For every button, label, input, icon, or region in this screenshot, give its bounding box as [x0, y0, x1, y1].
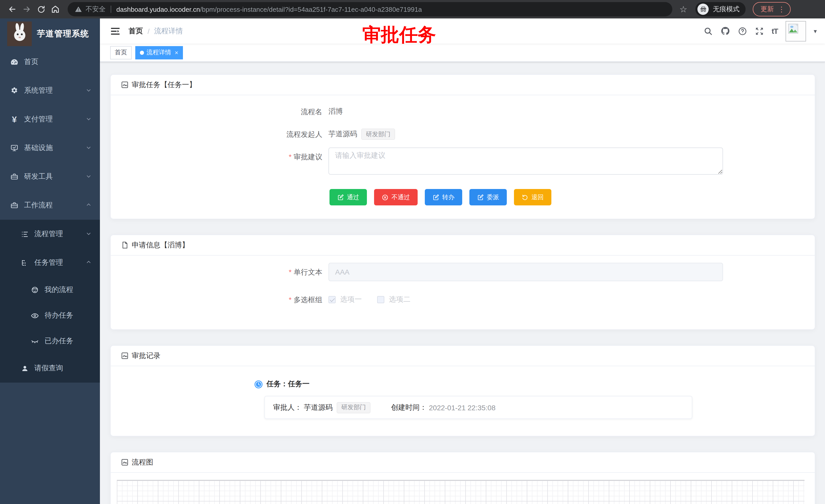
forward-icon[interactable] — [19, 2, 34, 16]
address-bar[interactable]: 不安全 dashboard.yudao.iocoder.cn/bpm/proce… — [68, 2, 672, 16]
annotation-overlay: 审批任务 — [362, 22, 436, 48]
request-info-card: 申请信息【滔博】 *单行文本 *多选框组 选项一 — [110, 235, 815, 330]
card-title: 流程图 — [132, 457, 153, 467]
sidebar-item-label: 基础设施 — [24, 144, 86, 153]
bookmark-star-icon[interactable]: ☆ — [679, 4, 687, 15]
edit-icon — [337, 194, 344, 200]
not-secure-warning-icon — [75, 6, 82, 13]
checkbox-label: 选项二 — [389, 295, 410, 304]
incognito-badge: 无痕模式 — [696, 2, 746, 16]
person-icon — [20, 364, 29, 372]
approval-timeline: 任务：任务一 审批人：芋道源码 研发部门 创建时间： 2022-01-21 22… — [121, 373, 805, 419]
sidebar: 芋道管理系统 首页 系统管理 ¥ 支付管理 — [0, 18, 100, 504]
sidebar-item-infrastructure[interactable]: 基础设施 — [0, 134, 100, 162]
record-detail-card: 审批人：芋道源码 研发部门 创建时间： 2022-01-21 22:35:08 — [265, 396, 692, 419]
approve-button[interactable]: 通过 — [329, 189, 367, 205]
eye-closed-icon — [31, 337, 39, 345]
sidebar-item-label: 系统管理 — [24, 86, 86, 95]
url-domain: dashboard.yudao.iocoder.cn — [116, 5, 200, 13]
reject-button[interactable]: 不通过 — [374, 189, 418, 205]
url-path: /bpm/process-instance/detail?id=54aa251f… — [200, 5, 422, 13]
suggestion-textarea[interactable] — [328, 148, 723, 175]
browser-menu-icon[interactable]: ⋮ — [778, 5, 785, 13]
card-header: 审批任务【任务一】 — [111, 75, 815, 95]
return-button[interactable]: 退回 — [514, 189, 551, 205]
checkbox-option-2[interactable]: 选项二 — [377, 295, 410, 304]
active-tab-dot — [140, 51, 144, 55]
checkbox-checked-icon — [328, 296, 335, 303]
sidebar-item-task-management[interactable]: 任务管理 — [0, 248, 100, 277]
approval-task-card: 审批任务【任务一】 流程名 滔博 流程发起人 芋道源码 研发部门 — [110, 74, 815, 219]
search-icon[interactable] — [703, 26, 713, 35]
sidebar-item-system[interactable]: 系统管理 — [0, 76, 100, 105]
chevron-down-icon — [86, 87, 92, 95]
field-label: *单行文本 — [121, 263, 328, 281]
avatar[interactable] — [785, 21, 806, 41]
sidebar-item-done-tasks[interactable]: 已办任务 — [0, 328, 100, 354]
toolbox-icon — [10, 201, 18, 209]
sidebar-item-leave-query[interactable]: 请假查询 — [0, 354, 100, 383]
delegate-button[interactable]: 委派 — [469, 189, 507, 205]
picture-icon — [121, 352, 129, 359]
tab-home[interactable]: 首页 — [110, 46, 132, 59]
tab-label: 流程详情 — [147, 48, 171, 57]
sidebar-item-label: 已办任务 — [45, 337, 92, 346]
tree-table-icon — [20, 230, 29, 238]
fullscreen-icon[interactable] — [755, 26, 764, 35]
sidebar-item-home[interactable]: 首页 — [0, 48, 100, 76]
tab-close-icon[interactable]: × — [175, 49, 178, 56]
yen-icon: ¥ — [10, 115, 18, 123]
home-icon[interactable] — [48, 2, 63, 16]
breadcrumb-home-link[interactable]: 首页 — [129, 26, 143, 35]
navbar-actions: tT ▾ — [703, 21, 817, 41]
app-logo-row[interactable]: 芋道管理系统 — [0, 21, 100, 47]
tab-process-detail[interactable]: 流程详情 × — [135, 46, 183, 59]
created-label: 创建时间： — [391, 403, 427, 412]
broken-image-icon — [788, 23, 799, 34]
help-icon[interactable] — [738, 26, 747, 35]
chevron-up-icon — [86, 201, 92, 209]
sidebar-toggle-icon[interactable] — [110, 26, 121, 36]
assignee-label: 审批人： — [273, 403, 302, 412]
button-label: 不通过 — [391, 193, 410, 201]
card-header: 流程图 — [111, 452, 815, 473]
sidebar-item-label: 流程管理 — [34, 230, 86, 239]
sidebar-item-dev-tools[interactable]: 研发工具 — [0, 162, 100, 191]
edit-icon — [477, 194, 484, 200]
field-label: 流程名 — [121, 102, 328, 121]
app-navbar: 首页 / 流程详情 t — [100, 18, 825, 44]
sidebar-item-process-management[interactable]: 流程管理 — [0, 220, 100, 248]
github-icon[interactable] — [721, 26, 730, 36]
edit-icon — [433, 194, 439, 200]
reload-icon[interactable] — [34, 2, 48, 16]
font-size-icon[interactable]: tT — [772, 27, 778, 35]
breadcrumb-current: 流程详情 — [154, 26, 183, 35]
people-icon — [31, 286, 39, 294]
divider — [111, 6, 111, 13]
caret-down-icon[interactable]: ▾ — [814, 27, 817, 34]
clock-icon — [254, 380, 263, 389]
sidebar-item-todo-tasks[interactable]: 待办任务 — [0, 303, 100, 328]
picture-icon — [121, 81, 129, 89]
sidebar-item-label: 研发工具 — [24, 172, 86, 181]
sidebar-item-payment[interactable]: ¥ 支付管理 — [0, 105, 100, 134]
sidebar-item-workflow[interactable]: 工作流程 — [0, 191, 100, 220]
sidebar-item-label: 我的流程 — [45, 285, 92, 295]
incognito-label: 无痕模式 — [713, 5, 740, 14]
transfer-button[interactable]: 转办 — [425, 189, 462, 205]
monitor-icon — [10, 144, 18, 152]
refresh-left-icon — [522, 194, 528, 200]
gear-icon — [10, 87, 18, 95]
sidebar-item-label: 请假查询 — [34, 364, 92, 373]
checkbox-unchecked-icon — [377, 296, 384, 303]
approval-actions: 通过 不通过 转办 委 — [329, 189, 805, 205]
browser-update-button[interactable]: 更新 ⋮ — [753, 2, 791, 16]
card-header: 审批记录 — [111, 346, 815, 366]
checkbox-option-1[interactable]: 选项一 — [328, 295, 362, 304]
card-title: 审批记录 — [132, 351, 160, 360]
bpmn-diagram-canvas[interactable] — [117, 480, 805, 504]
back-icon[interactable] — [5, 2, 19, 16]
single-line-text-input[interactable] — [328, 263, 723, 281]
sidebar-item-my-process[interactable]: 我的流程 — [0, 277, 100, 303]
chevron-down-icon — [86, 144, 92, 152]
